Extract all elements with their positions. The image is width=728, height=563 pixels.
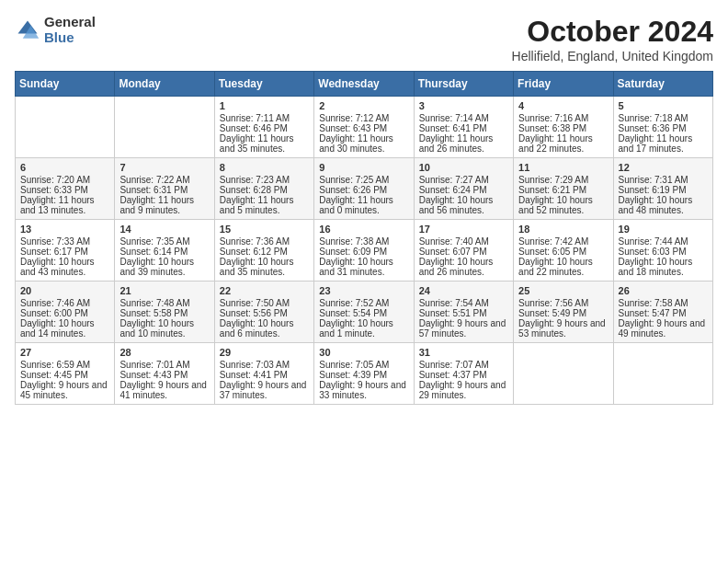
- calendar-cell: 8Sunrise: 7:23 AMSunset: 6:28 PMDaylight…: [214, 158, 313, 220]
- daylight-text: Daylight: 10 hours and 26 minutes.: [419, 257, 508, 277]
- day-number: 4: [518, 100, 608, 111]
- sunset-text: Sunset: 5:56 PM: [220, 308, 309, 318]
- calendar-header-row: SundayMondayTuesdayWednesdayThursdayFrid…: [16, 72, 713, 97]
- calendar-cell: 17Sunrise: 7:40 AMSunset: 6:07 PMDayligh…: [414, 220, 513, 282]
- daylight-text: Daylight: 9 hours and 29 minutes.: [419, 380, 508, 400]
- calendar-cell: 22Sunrise: 7:50 AMSunset: 5:56 PMDayligh…: [214, 282, 313, 343]
- sunrise-text: Sunrise: 7:42 AM: [518, 236, 608, 247]
- day-number: 12: [619, 162, 708, 173]
- daylight-text: Daylight: 11 hours and 26 minutes.: [419, 133, 508, 154]
- day-number: 10: [419, 162, 508, 173]
- location: Hellifield, England, United Kingdom: [512, 49, 713, 63]
- sunset-text: Sunset: 5:51 PM: [419, 308, 508, 318]
- day-number: 13: [20, 224, 109, 235]
- calendar-cell: 26Sunrise: 7:58 AMSunset: 5:47 PMDayligh…: [613, 282, 712, 343]
- sunset-text: Sunset: 5:54 PM: [319, 308, 408, 318]
- calendar-cell: 13Sunrise: 7:33 AMSunset: 6:17 PMDayligh…: [16, 220, 115, 282]
- logo-general: General: [44, 15, 96, 30]
- calendar-cell: 18Sunrise: 7:42 AMSunset: 6:05 PMDayligh…: [514, 220, 613, 282]
- sunset-text: Sunset: 6:24 PM: [419, 185, 508, 195]
- calendar-cell: 20Sunrise: 7:46 AMSunset: 6:00 PMDayligh…: [16, 282, 115, 343]
- calendar-cell: 21Sunrise: 7:48 AMSunset: 5:58 PMDayligh…: [115, 282, 214, 343]
- sunrise-text: Sunrise: 7:03 AM: [220, 360, 309, 370]
- logo-blue: Blue: [44, 30, 96, 46]
- sunset-text: Sunset: 4:45 PM: [20, 370, 109, 380]
- sunrise-text: Sunrise: 7:58 AM: [619, 298, 708, 308]
- sunrise-text: Sunrise: 7:25 AM: [319, 175, 408, 185]
- day-number: 2: [319, 100, 408, 111]
- daylight-text: Daylight: 11 hours and 0 minutes.: [319, 195, 408, 215]
- sunrise-text: Sunrise: 7:56 AM: [518, 298, 608, 308]
- calendar-cell: 16Sunrise: 7:38 AMSunset: 6:09 PMDayligh…: [314, 220, 414, 282]
- sunset-text: Sunset: 6:36 PM: [619, 123, 708, 133]
- calendar-cell: 27Sunrise: 6:59 AMSunset: 4:45 PMDayligh…: [16, 343, 115, 405]
- sunrise-text: Sunrise: 7:23 AM: [220, 175, 309, 185]
- calendar-cell: 1Sunrise: 7:11 AMSunset: 6:46 PMDaylight…: [214, 97, 313, 158]
- sunrise-text: Sunrise: 7:29 AM: [518, 175, 608, 185]
- calendar-week-row: 13Sunrise: 7:33 AMSunset: 6:17 PMDayligh…: [16, 220, 713, 282]
- weekday-header: Wednesday: [314, 72, 414, 97]
- daylight-text: Daylight: 10 hours and 1 minute.: [319, 318, 408, 339]
- calendar-cell: [16, 97, 115, 158]
- weekday-header: Sunday: [16, 72, 115, 97]
- calendar-cell: 25Sunrise: 7:56 AMSunset: 5:49 PMDayligh…: [514, 282, 613, 343]
- sunset-text: Sunset: 6:21 PM: [518, 185, 608, 195]
- sunrise-text: Sunrise: 7:46 AM: [20, 298, 109, 308]
- sunrise-text: Sunrise: 7:01 AM: [119, 360, 209, 370]
- sunrise-text: Sunrise: 7:27 AM: [419, 175, 508, 185]
- sunrise-text: Sunrise: 7:05 AM: [319, 360, 408, 370]
- daylight-text: Daylight: 10 hours and 10 minutes.: [119, 318, 209, 339]
- day-number: 20: [20, 285, 109, 296]
- daylight-text: Daylight: 9 hours and 53 minutes.: [518, 318, 608, 339]
- sunrise-text: Sunrise: 7:38 AM: [319, 236, 408, 247]
- sunrise-text: Sunrise: 7:22 AM: [119, 175, 209, 185]
- sunset-text: Sunset: 6:14 PM: [119, 247, 209, 257]
- calendar-cell: 6Sunrise: 7:20 AMSunset: 6:33 PMDaylight…: [16, 158, 115, 220]
- calendar-cell: 3Sunrise: 7:14 AMSunset: 6:41 PMDaylight…: [414, 97, 513, 158]
- sunset-text: Sunset: 6:03 PM: [619, 247, 708, 257]
- day-number: 3: [419, 100, 508, 111]
- daylight-text: Daylight: 10 hours and 6 minutes.: [220, 318, 309, 339]
- sunset-text: Sunset: 5:58 PM: [119, 308, 209, 318]
- day-number: 24: [419, 285, 508, 296]
- day-number: 19: [619, 224, 708, 235]
- daylight-text: Daylight: 10 hours and 22 minutes.: [518, 257, 608, 277]
- calendar-cell: 23Sunrise: 7:52 AMSunset: 5:54 PMDayligh…: [314, 282, 414, 343]
- calendar-cell: 7Sunrise: 7:22 AMSunset: 6:31 PMDaylight…: [115, 158, 214, 220]
- day-number: 21: [119, 285, 209, 296]
- calendar-cell: 29Sunrise: 7:03 AMSunset: 4:41 PMDayligh…: [214, 343, 313, 405]
- calendar-week-row: 1Sunrise: 7:11 AMSunset: 6:46 PMDaylight…: [16, 97, 713, 158]
- calendar-week-row: 6Sunrise: 7:20 AMSunset: 6:33 PMDaylight…: [16, 158, 713, 220]
- daylight-text: Daylight: 10 hours and 43 minutes.: [20, 257, 109, 277]
- daylight-text: Daylight: 10 hours and 48 minutes.: [619, 195, 708, 215]
- weekday-header: Tuesday: [214, 72, 313, 97]
- calendar-cell: 5Sunrise: 7:18 AMSunset: 6:36 PMDaylight…: [613, 97, 712, 158]
- calendar-cell: 4Sunrise: 7:16 AMSunset: 6:38 PMDaylight…: [514, 97, 613, 158]
- sunset-text: Sunset: 6:33 PM: [20, 185, 109, 195]
- sunrise-text: Sunrise: 7:11 AM: [220, 113, 309, 123]
- sunset-text: Sunset: 4:43 PM: [119, 370, 209, 380]
- calendar-week-row: 20Sunrise: 7:46 AMSunset: 6:00 PMDayligh…: [16, 282, 713, 343]
- daylight-text: Daylight: 11 hours and 5 minutes.: [220, 195, 309, 215]
- sunrise-text: Sunrise: 7:33 AM: [20, 236, 109, 247]
- day-number: 23: [319, 285, 408, 296]
- weekday-header: Thursday: [414, 72, 513, 97]
- sunrise-text: Sunrise: 7:20 AM: [20, 175, 109, 185]
- day-number: 6: [20, 162, 109, 173]
- weekday-header: Friday: [514, 72, 613, 97]
- sunrise-text: Sunrise: 7:44 AM: [619, 236, 708, 247]
- sunrise-text: Sunrise: 7:16 AM: [518, 113, 608, 123]
- sunset-text: Sunset: 6:00 PM: [20, 308, 109, 318]
- sunset-text: Sunset: 6:46 PM: [220, 123, 309, 133]
- calendar-cell: 31Sunrise: 7:07 AMSunset: 4:37 PMDayligh…: [414, 343, 513, 405]
- calendar-cell: [514, 343, 613, 405]
- calendar-cell: 2Sunrise: 7:12 AMSunset: 6:43 PMDaylight…: [314, 97, 414, 158]
- daylight-text: Daylight: 11 hours and 22 minutes.: [518, 133, 608, 154]
- sunrise-text: Sunrise: 7:54 AM: [419, 298, 508, 308]
- calendar-cell: 30Sunrise: 7:05 AMSunset: 4:39 PMDayligh…: [314, 343, 414, 405]
- day-number: 30: [319, 347, 408, 358]
- day-number: 16: [319, 224, 408, 235]
- day-number: 22: [220, 285, 309, 296]
- day-number: 11: [518, 162, 608, 173]
- daylight-text: Daylight: 10 hours and 35 minutes.: [220, 257, 309, 277]
